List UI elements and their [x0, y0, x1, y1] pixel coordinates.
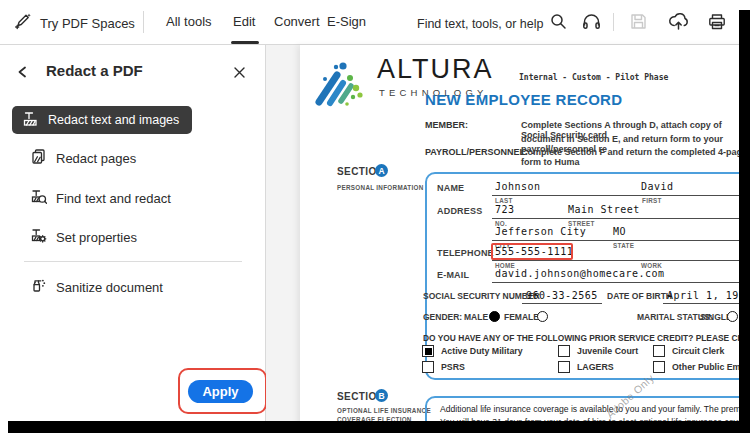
app-window: Try PDF Spaces All tools Edit Convert E-… [0, 0, 750, 433]
state-value: MO [613, 226, 626, 237]
try-pdf-spaces-button[interactable]: Try PDF Spaces [13, 11, 135, 35]
single-radio [727, 311, 738, 322]
redact-text-icon [22, 110, 39, 131]
close-panel-button[interactable] [233, 65, 246, 83]
panel-item-label: Redact pages [56, 151, 136, 166]
tab-edit-active-indicator [231, 41, 259, 44]
checkbox-label: PSRS [441, 362, 465, 372]
email-label: E-MAIL [437, 270, 469, 280]
section-a-subtitle: PERSONAL INFORMATION [337, 184, 424, 191]
window-shadow-right [739, 10, 750, 433]
print-icon [707, 18, 727, 35]
try-pdf-spaces-label: Try PDF Spaces [40, 16, 135, 31]
panel-divider [24, 261, 242, 262]
section-b-badge: B [375, 389, 388, 402]
ssn-value: 960-33-2565 [526, 290, 598, 301]
checkbox-label: Active Duty Military [441, 346, 523, 356]
male-radio [489, 311, 500, 322]
checkbox-circuit-clerk [653, 345, 665, 357]
first-name-value: David [641, 181, 674, 192]
email-underline [492, 282, 750, 283]
document-title: NEW EMPLOYEE RECORD [425, 91, 622, 108]
save-button[interactable] [629, 12, 648, 35]
search-box[interactable]: Find text, tools, or help [417, 13, 567, 34]
payroll-instruction-line: Complete Section F and return the comple… [521, 147, 750, 167]
address-underline [492, 218, 750, 219]
ssn-label: SOCIAL SECURITY NUMBER [423, 291, 540, 301]
redact-pages-icon [30, 148, 47, 169]
save-icon [629, 17, 648, 34]
checkbox-juvenile-court [558, 345, 570, 357]
set-properties-icon [30, 227, 47, 248]
female-radio [537, 311, 548, 322]
pen-plus-icon [13, 11, 33, 35]
upload-cloud-icon [668, 18, 689, 35]
redact-panel: Redact a PDF Redact text and images [0, 45, 266, 433]
service-credit-question: DO YOU HAVE ANY OF THE FOLLOWING PRIOR S… [423, 333, 750, 343]
street-value: Main Street [568, 204, 640, 215]
toolbar-divider-2 [613, 13, 614, 31]
read-aloud-button[interactable] [581, 11, 602, 36]
gender-label: GENDER: [423, 312, 462, 322]
search-label: Find text, tools, or help [417, 17, 543, 31]
last-name-value: Johnson [495, 181, 541, 192]
phone-annotation-ring [491, 243, 573, 260]
checkbox-label: Juvenile Court [577, 346, 638, 356]
panel-item-label: Find text and redact [56, 191, 171, 206]
apply-button[interactable]: Apply [188, 380, 253, 403]
checkbox-psrs [422, 361, 434, 373]
city-underline [492, 240, 750, 241]
telephone-label: TELEPHONE [437, 248, 494, 258]
panel-item-redact-pages[interactable]: Redact pages [12, 146, 136, 170]
tab-e-sign[interactable]: E-Sign [327, 14, 366, 29]
logo-name: ALTURA [377, 54, 494, 85]
sanitize-icon [30, 277, 47, 298]
toolbar-divider [143, 11, 144, 33]
panel-item-label: Redact text and images [48, 113, 179, 127]
classification-stamp: Internal - Custom - Pilot Phase [519, 73, 668, 82]
checkbox-active-duty-military [422, 345, 434, 357]
section-b-line1: Additional life insurance coverage is av… [440, 404, 750, 414]
window-shadow-bottom [8, 421, 750, 433]
dob-underline [663, 303, 749, 304]
tab-convert[interactable]: Convert [274, 14, 320, 29]
ssn-underline [522, 303, 602, 304]
share-button[interactable] [668, 11, 689, 36]
last-caption: LAST [495, 197, 513, 204]
name-label: NAME [437, 183, 464, 193]
search-icon [550, 13, 567, 34]
top-toolbar: Try PDF Spaces All tools Edit Convert E-… [0, 0, 750, 45]
print-button[interactable] [707, 12, 727, 36]
checkbox-lagers [558, 361, 570, 373]
panel-item-set-properties[interactable]: Set properties [12, 225, 137, 249]
back-chevron-icon [16, 65, 30, 82]
name-underline [492, 195, 750, 196]
dob-label: DATE OF BIRTH [607, 291, 672, 301]
tab-edit[interactable]: Edit [233, 14, 255, 29]
panel-item-redact-text-and-images[interactable]: Redact text and images [12, 106, 192, 134]
panel-item-label: Set properties [56, 230, 137, 245]
address-label: ADDRESS [437, 206, 482, 216]
section-b-subtitle-1: OPTIONAL LIFE INSURANCE [337, 407, 431, 414]
tab-all-tools[interactable]: All tools [166, 14, 212, 29]
checkbox-label: LAGERS [577, 362, 614, 372]
payroll-label: PAYROLL/PERSONNEL: [425, 147, 528, 157]
phone-underline [492, 260, 750, 261]
street-no-value: 723 [495, 204, 515, 215]
email-value: david.johnson@homecare.com [495, 268, 665, 279]
headphones-icon [581, 18, 602, 35]
panel-item-label: Sanitize document [56, 280, 163, 295]
panel-title: Redact a PDF [46, 62, 143, 79]
section-a-badge: A [375, 164, 388, 177]
altura-logo-icon [312, 57, 372, 111]
first-caption: FIRST [642, 197, 662, 204]
checkbox-label: Circuit Clerk [672, 346, 724, 356]
member-label: MEMBER: [425, 120, 468, 130]
back-button[interactable] [16, 65, 30, 83]
panel-item-find-text-and-redact[interactable]: Find text and redact [12, 186, 171, 210]
panel-item-sanitize-document[interactable]: Sanitize document [12, 275, 163, 299]
find-redact-icon [30, 188, 47, 209]
viewer-gutter [266, 45, 300, 433]
close-icon [233, 65, 246, 82]
male-label: MALE [464, 312, 488, 322]
